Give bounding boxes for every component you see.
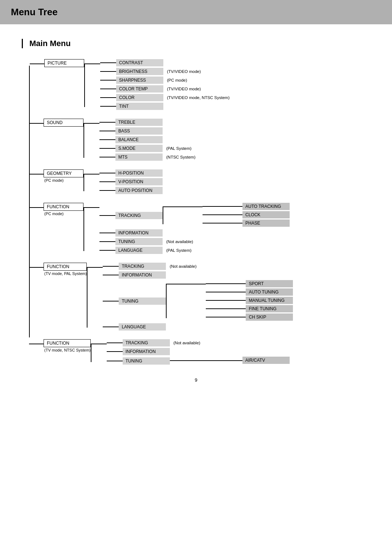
geometry-cat: GEOMETRY (PC mode) [44,169,83,182]
third-chskip: CH SKIP [206,313,293,321]
sharpness-hline [100,80,116,81]
smode-box: S.MODE [115,145,163,152]
autotracking-box: AUTO TRACKING [242,203,290,210]
sound-sub-vline [83,123,84,158]
main-menu-title: Main Menu [22,39,370,48]
tuning-tvntsc-third-group: AIR/CATV [170,357,290,365]
phase-box: PHASE [242,219,290,227]
sharpness-box: SHARPNESS [116,77,163,84]
sound-h-connector [29,123,44,124]
third-phase: PHASE [203,219,290,227]
functvntsc-sub-vline [91,344,91,362]
tuning-tvntsc-box: TUNING [123,357,170,365]
sub-item-colortemp: COLOR TEMP (TV/VIDEO mode) [100,85,230,93]
third-aircatv: AIR/CATV [242,357,290,364]
sub-item-mts: MTS (NTSC System) [99,153,196,161]
section-picture: PICTURE CONTRAST BRIGHTNESS (TV/V [29,59,370,111]
tuning-tvpal-third-vline [166,284,167,318]
geometry-sub-items: H-POSITION V-POSITION AUTO POSITION [99,169,163,196]
functvntsc-note: (TV mode, NTSC System) [44,348,91,352]
page-content: Main Menu PICTURE CONTRAST [0,35,392,397]
tuning-tvntsc-third-items: AIR/CATV [242,357,290,365]
tracking-tvpal-box: TRACKING [119,263,166,270]
colortemp-note: (TV/VIDEO mode) [167,87,201,91]
hpos-box: H-POSITION [115,169,163,177]
section-function-pc: FUNCTION (PC mode) TRACKING [29,203,370,255]
third-finetuning: FINE TUNING [206,305,293,312]
third-clock: CLOCK [203,211,290,218]
sub-item-tracking-pc: TRACKING AUTO TRACKING [99,203,290,228]
colortemp-box: COLOR TEMP [116,85,163,93]
sub-item-tuning-pc: TUNING (Not available) [99,238,290,245]
page-header: Menu Tree [0,0,392,24]
geometry-sub-vline [83,174,84,191]
functvntsc-cat: FUNCTION (TV mode, NTSC System) [44,339,91,352]
sub-item-tint: TINT [100,103,230,110]
sub-item-sharpness: SHARPNESS (PC mode) [100,77,230,84]
sub-item-color: COLOR (TV/VIDEO mode, NTSC System) [100,94,230,101]
functvntsc-h-connector [29,344,44,344]
tint-box: TINT [116,103,163,110]
tuning-pc-note: (Not available) [166,239,193,244]
geometry-note: (PC mode) [44,178,83,182]
manualtuning-box: MANUAL TUNING [246,297,293,304]
info-tvntsc-box: INFORMATION [123,348,170,355]
mts-box: MTS [115,153,163,161]
sub-item-tracking-tvntsc: TRACKING (Not available) [107,339,290,346]
functvpal-sub-hline [87,267,103,268]
sub-item-information-pc: INFORMATION [99,229,290,237]
funcpc-sub-group: TRACKING AUTO TRACKING [83,203,290,255]
sub-item-vpos: V-POSITION [99,178,163,185]
vpos-box: V-POSITION [115,178,163,185]
treble-box: TREBLE [115,119,163,126]
sound-sub-group: TREBLE BASS BALANCE S.MODE (PAL System) [83,119,196,162]
geometry-h-connector [29,174,44,175]
contrast-box: CONTRAST [116,59,163,66]
page-number: 9 [195,377,197,383]
funcpc-sub-items: TRACKING AUTO TRACKING [99,203,290,255]
sub-item-language-pc: LANGUAGE (PAL System) [99,247,290,254]
functvpal-cat: FUNCTION (TV mode, PAL System) [44,263,87,276]
funcpc-cat: FUNCTION (PC mode) [44,203,83,216]
colortemp-hline [100,89,116,89]
sub-item-language-tvpal: LANGUAGE [103,323,293,331]
tracking-third-items: AUTO TRACKING CLOCK PHASE [203,203,290,228]
sub-item-smode: S.MODE (PAL System) [99,145,196,152]
menu-tree: PICTURE CONTRAST BRIGHTNESS (TV/V [29,59,370,366]
mts-note: (NTSC System) [166,155,196,159]
contrast-hline [100,62,116,63]
bass-box: BASS [115,127,163,135]
section-function-tv-ntsc: FUNCTION (TV mode, NTSC System) TRACKING… [29,339,370,366]
language-tvpal-box: LANGUAGE [119,323,166,331]
section-sound: SOUND TREBLE BASS BALANCE [29,119,370,162]
tuning-tvpal-third-hline [166,284,206,284]
sound-sub-items: TREBLE BASS BALANCE S.MODE (PAL System) [99,119,196,162]
sub-item-balance: BALANCE [99,136,196,143]
tracking-tvntsc-box: TRACKING [123,339,170,346]
funcpc-sub-hline [83,207,99,208]
functvpal-label: FUNCTION [44,263,87,271]
sound-cat: SOUND [44,119,83,127]
tracking-third-vline [163,206,163,224]
aircatv-box: AIR/CATV [242,357,290,364]
chskip-box: CH SKIP [246,313,293,321]
language-pc-note: (PAL System) [166,248,192,253]
tuning-pc-box: TUNING [115,238,163,245]
tuning-tvpal-third-group: SPORT AUTO TUNING MANUAL TUNING [166,280,293,322]
tracking-third-hline [163,206,203,207]
functvpal-sub-vline [87,267,87,328]
sub-item-treble: TREBLE [99,119,196,126]
tuning-tvpal-third-items: SPORT AUTO TUNING MANUAL TUNING [206,280,293,322]
third-manualtuning: MANUAL TUNING [206,297,293,304]
funcpc-label: FUNCTION [44,203,83,211]
brightness-hline [100,71,116,72]
tracking-third-group: AUTO TRACKING CLOCK PHASE [163,203,290,228]
functvntsc-sub-hline [91,344,107,344]
color-hline [100,97,116,98]
picture-sub-items: CONTRAST BRIGHTNESS (TV/VIDEO mode) SHAR… [100,59,230,111]
third-autotuning: AUTO TUNING [206,288,293,296]
sub-item-info-tvntsc: INFORMATION [107,348,290,355]
picture-label: PICTURE [44,59,84,67]
sub-item-contrast: CONTRAST [100,59,230,66]
geometry-sub-group: H-POSITION V-POSITION AUTO POSITION [83,169,163,196]
